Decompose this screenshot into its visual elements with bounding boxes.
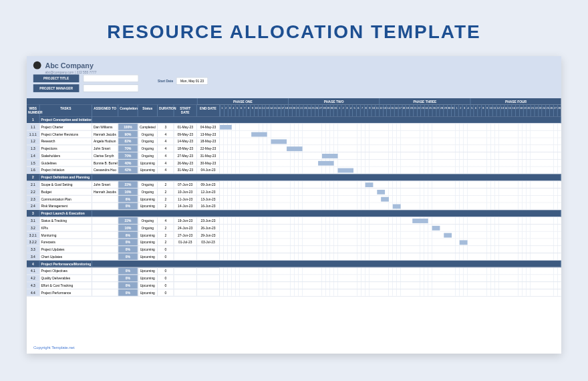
cell-start[interactable] bbox=[174, 289, 197, 296]
cell-wbs[interactable]: 3 bbox=[27, 210, 40, 217]
gantt-bar[interactable] bbox=[393, 204, 401, 209]
cell-task[interactable]: Chart Updates bbox=[40, 253, 92, 260]
cell-assigned[interactable] bbox=[92, 289, 118, 296]
cell-task[interactable]: Forecasts bbox=[40, 239, 92, 245]
project-manager-input[interactable] bbox=[83, 84, 138, 92]
cell-completion[interactable]: 6% bbox=[118, 196, 138, 203]
cell-completion[interactable]: 82% bbox=[118, 138, 138, 145]
cell-completion[interactable]: 6% bbox=[118, 232, 138, 239]
cell-task[interactable]: Project Definition and Planning bbox=[40, 174, 92, 180]
section-row[interactable]: 2Project Definition and Planning bbox=[27, 174, 561, 181]
cell-start[interactable]: 18-May-23 bbox=[174, 145, 197, 152]
cell-assigned[interactable]: Angela Hudson bbox=[92, 138, 118, 145]
cell-assigned[interactable] bbox=[92, 253, 118, 260]
cell-completion[interactable]: 0% bbox=[118, 268, 138, 275]
cell-status[interactable]: Ongoing bbox=[138, 225, 158, 231]
task-row[interactable]: 4.1Project Objectives0%Upcoming0 bbox=[27, 268, 561, 275]
gantt-bar[interactable] bbox=[444, 233, 452, 238]
cell-completion[interactable]: 100% bbox=[118, 124, 138, 130]
cell-wbs[interactable]: 2.2 bbox=[27, 188, 40, 195]
cell-end[interactable] bbox=[197, 246, 220, 253]
task-row[interactable]: 1.4StakeholdersClarise Smyth70%Ongoing42… bbox=[27, 152, 561, 160]
cell-status[interactable]: Upcoming bbox=[138, 167, 158, 174]
task-row[interactable]: 4.4Project Performance0%Upcoming0 bbox=[27, 289, 561, 297]
cell-status[interactable]: Upcoming bbox=[138, 203, 158, 210]
cell-wbs[interactable]: 1.1.1 bbox=[27, 131, 40, 138]
cell-start[interactable] bbox=[174, 253, 197, 260]
cell-duration[interactable]: 2 bbox=[158, 225, 174, 231]
cell-assigned[interactable]: Cassandra Hoo bbox=[92, 167, 118, 174]
section-row[interactable]: 3Project Launch & Execution bbox=[27, 210, 561, 217]
task-row[interactable]: 1.5GuidelinesBonnie B. Burrell40%Upcomin… bbox=[27, 160, 561, 167]
cell-completion[interactable]: 70% bbox=[118, 145, 138, 152]
cell-wbs[interactable]: 3.4 bbox=[27, 253, 40, 260]
cell-status[interactable]: Upcoming bbox=[138, 268, 158, 275]
cell-completion[interactable]: 0% bbox=[118, 239, 138, 245]
cell-completion[interactable]: 0% bbox=[118, 275, 138, 281]
cell-duration[interactable]: 2 bbox=[158, 196, 174, 203]
project-title-input[interactable] bbox=[83, 74, 138, 82]
cell-task[interactable]: KPIs bbox=[40, 225, 92, 231]
cell-duration[interactable]: 4 bbox=[158, 152, 174, 159]
cell-start[interactable]: 27-Jun-23 bbox=[174, 232, 197, 239]
cell-end[interactable]: 04-Jun-23 bbox=[197, 167, 220, 174]
gantt-bar[interactable] bbox=[271, 139, 287, 144]
cell-wbs[interactable]: 4.3 bbox=[27, 282, 40, 289]
cell-completion[interactable]: 42% bbox=[118, 167, 138, 174]
cell-assigned[interactable]: Clarise Smyth bbox=[92, 152, 118, 159]
cell-duration[interactable]: 0 bbox=[158, 282, 174, 289]
cell-status[interactable]: Ongoing bbox=[138, 188, 158, 195]
task-row[interactable]: 1.1.1Project Charter RevisionsHannah Jac… bbox=[27, 131, 561, 138]
cell-assigned[interactable] bbox=[92, 246, 118, 253]
cell-assigned[interactable] bbox=[92, 203, 118, 210]
task-row[interactable]: 2.2BudgetHannah Jacobs16%Ongoing210-Jun-… bbox=[27, 188, 561, 196]
cell-start[interactable] bbox=[174, 275, 197, 281]
cell-assigned[interactable] bbox=[92, 282, 118, 289]
cell-assigned[interactable]: Hannah Jacobs bbox=[92, 188, 118, 195]
cell-start[interactable]: 26-May-23 bbox=[174, 160, 197, 166]
cell-assigned[interactable] bbox=[92, 239, 118, 245]
task-row[interactable]: 3.2.1Monitoring6%Upcoming227-Jun-2329-Ju… bbox=[27, 232, 561, 239]
cell-end[interactable] bbox=[197, 253, 220, 260]
gantt-bar[interactable] bbox=[412, 219, 428, 223]
cell-duration[interactable]: 4 bbox=[158, 131, 174, 138]
gantt-bar[interactable] bbox=[381, 197, 389, 202]
cell-task[interactable]: Research bbox=[40, 138, 92, 145]
cell-status[interactable]: Ongoing bbox=[138, 181, 158, 188]
cell-assigned[interactable] bbox=[92, 275, 118, 281]
cell-duration[interactable]: 4 bbox=[158, 167, 174, 174]
gantt-bar[interactable] bbox=[460, 240, 468, 245]
task-row[interactable]: 3.4Chart Updates0%Upcoming0 bbox=[27, 253, 561, 261]
cell-assigned[interactable] bbox=[92, 232, 118, 239]
cell-task[interactable]: Project Charter bbox=[40, 124, 92, 130]
cell-end[interactable]: 30-May-23 bbox=[197, 160, 220, 166]
cell-duration[interactable]: 0 bbox=[158, 253, 174, 260]
cell-start[interactable]: 31-May-23 bbox=[174, 167, 197, 174]
cell-wbs[interactable]: 2.4 bbox=[27, 203, 40, 210]
cell-wbs[interactable]: 4 bbox=[27, 261, 40, 267]
cell-wbs[interactable]: 1 bbox=[27, 116, 40, 123]
cell-end[interactable]: 29-Jun-23 bbox=[197, 232, 220, 239]
cell-start[interactable]: 09-May-23 bbox=[174, 131, 197, 138]
cell-wbs[interactable]: 4.1 bbox=[27, 268, 40, 275]
cell-completion[interactable]: 0% bbox=[118, 289, 138, 296]
cell-assigned[interactable]: John Smart bbox=[92, 145, 118, 152]
cell-start[interactable] bbox=[174, 282, 197, 289]
gantt-bar[interactable] bbox=[287, 146, 303, 151]
cell-start[interactable]: 14-May-23 bbox=[174, 138, 197, 145]
cell-start[interactable]: 27-May-23 bbox=[174, 152, 197, 159]
cell-duration[interactable]: 2 bbox=[158, 188, 174, 195]
cell-end[interactable]: 22-May-23 bbox=[197, 145, 220, 152]
cell-task[interactable]: Monitoring bbox=[40, 232, 92, 239]
cell-status[interactable]: Ongoing bbox=[138, 217, 158, 224]
cell-start[interactable]: 10-Jun-23 bbox=[174, 188, 197, 195]
cell-completion[interactable]: 22% bbox=[118, 181, 138, 188]
cell-wbs[interactable]: 1.2 bbox=[27, 138, 40, 145]
cell-wbs[interactable]: 3.1 bbox=[27, 217, 40, 224]
cell-task[interactable]: Project Conception and Initiation bbox=[40, 116, 92, 123]
task-row[interactable]: 3.2KPIs16%Ongoing224-Jun-2326-Jun-23 bbox=[27, 225, 561, 232]
cell-duration[interactable]: 4 bbox=[158, 217, 174, 224]
gantt-bar[interactable] bbox=[251, 132, 267, 137]
cell-completion[interactable]: 0% bbox=[118, 203, 138, 210]
cell-task[interactable]: Risk Management bbox=[40, 203, 92, 210]
